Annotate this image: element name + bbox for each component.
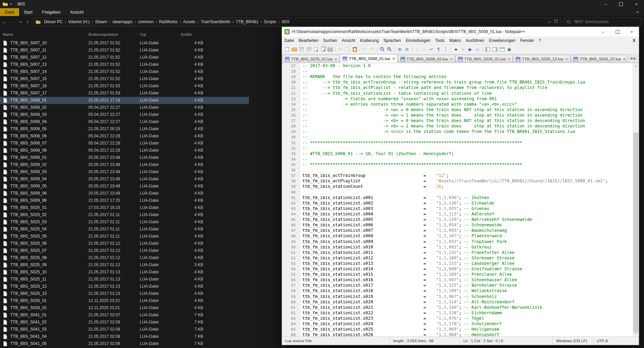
word-wrap-icon[interactable]: ↩	[428, 46, 435, 52]
sync-horizontal-icon[interactable]: ↔	[421, 46, 428, 52]
column-header-0[interactable]: Name	[3, 32, 13, 36]
save-icon[interactable]	[298, 46, 305, 52]
ribbon-tab-datei[interactable]: Datei	[0, 8, 19, 16]
file-row[interactable]: TTB_IBIS_S008_0705.04.2017 22:28LUA-Date…	[0, 140, 249, 147]
scrollbar-thumb[interactable]	[633, 133, 639, 332]
menu-sprachen[interactable]: Sprachen	[381, 38, 403, 43]
menu-[interactable]: ?	[536, 38, 543, 43]
monitoring-icon[interactable]: ◉	[506, 46, 512, 52]
menu-makro[interactable]: Makro	[447, 38, 463, 43]
quick-access-toolbar-arrow-icon[interactable]: ▾	[10, 2, 12, 6]
file-row[interactable]: TTB_IBIS_S026_0212.11.2020 23:21LUA-Date…	[0, 304, 249, 312]
file-row[interactable]: TTB_IBIS_S025_0621.05.2017 01:12LUA-Date…	[0, 240, 249, 247]
forward-icon[interactable]: →	[9, 19, 18, 25]
redo-icon[interactable]: ↷	[369, 46, 375, 52]
column-header-3[interactable]: Größe	[181, 32, 192, 36]
file-tab[interactable]: TTB_IBIS_S026_01.lua×	[455, 55, 513, 63]
file-row[interactable]: TTB_IBIS_S025_0421.05.2017 01:11LUA-Date…	[0, 226, 249, 233]
ribbon-tab-start[interactable]: Start	[19, 8, 37, 16]
save-all-icon[interactable]	[305, 46, 312, 52]
file-row[interactable]: TTB_IBIS_S041_0221.05.2017 02:08LUA-Date…	[0, 319, 249, 326]
scroll-up-icon[interactable]: ▲	[633, 63, 639, 69]
menu-ausfhren[interactable]: Ausführen	[463, 38, 487, 43]
menu-close-icon[interactable]: X	[633, 38, 635, 43]
menu-datei[interactable]: Datei	[282, 38, 296, 43]
file-tab[interactable]: TTB_IBIS_S008_01.lua×	[340, 54, 397, 63]
file-row[interactable]: TTB_IBIS_S025_0721.05.2017 01:12LUA-Date…	[0, 247, 249, 254]
zoom-in-icon[interactable]: ⊕	[396, 46, 403, 52]
code-area[interactable]: 17-- 2017-03-08 - Version 1.018--19-- RE…	[282, 63, 633, 336]
file-row[interactable]: TTB_IBIS_S009_0320.05.2017 23:48LUA-Date…	[0, 168, 249, 176]
file-row[interactable]: TTB_IBIS_S025_0921.05.2017 01:12LUA-Date…	[0, 261, 249, 269]
file-row[interactable]: TTB_IBIS_S007_1721.05.2017 01:53LUA-Date…	[0, 90, 249, 97]
breadcrumb-item[interactable]: Volume (H:)	[67, 19, 91, 24]
find-icon[interactable]	[379, 46, 386, 52]
ribbon-tab-freigeben[interactable]: Freigeben	[37, 8, 65, 16]
file-row[interactable]: TTB_IBIS_S007_1421.05.2017 01:52LUA-Date…	[0, 68, 249, 75]
file-row[interactable]: TTB_IBIS_S008_0305.04.2017 22:27LUA-Date…	[0, 111, 249, 118]
file-tab[interactable]: TTB_IBIS_S008_02.lua×	[398, 55, 455, 63]
menu-fenster[interactable]: Fenster	[518, 38, 537, 43]
column-header-1[interactable]: Änderungsdatum	[88, 32, 118, 36]
file-row[interactable]: TTB_IBIS_S007_1521.05.2017 01:52LUA-Date…	[0, 75, 249, 82]
tab-close-icon[interactable]: ×	[566, 57, 568, 61]
tab-scroll-left-icon[interactable]: ◀	[630, 57, 632, 60]
file-row[interactable]: TTB_IBIS_S007_1221.05.2017 01:52LUA-Date…	[0, 54, 249, 61]
file-row[interactable]: TTB_IBIS_S025_0321.05.2017 01:11LUA-Date…	[0, 218, 249, 226]
file-row[interactable]: TTB_IBIS_S008_0605.04.2017 22:28LUA-Date…	[0, 133, 249, 140]
file-row[interactable]: TTB_IBIS_S025_1121.05.2017 01:13LUA-Date…	[0, 276, 249, 283]
cut-icon[interactable]: ✂	[337, 46, 344, 52]
tab-close-icon[interactable]: ×	[335, 57, 337, 61]
address-box[interactable]: Dieser PC›Volume (H:)›Steam›steamapps›co…	[33, 17, 561, 26]
record-macro-icon[interactable]: ●	[453, 46, 459, 52]
file-row[interactable]: TTB_IBIS_S026_0112.11.2020 23:22LUA-Date…	[0, 297, 249, 304]
file-row[interactable]: TTB_IBIS_S008_0805.04.2017 22:28LUA-Date…	[0, 147, 249, 154]
save-macro-icon[interactable]: ◆	[474, 46, 481, 52]
breadcrumb-item[interactable]: common	[136, 19, 155, 24]
close-all-icon[interactable]	[320, 46, 326, 52]
breadcrumb-item[interactable]: Scripts	[263, 19, 278, 24]
explorer-minimize-button[interactable]: –	[598, 0, 613, 8]
menu-suchen[interactable]: Suchen	[321, 38, 340, 43]
explorer-close-button[interactable]: ×	[629, 0, 644, 8]
search-input[interactable]	[573, 19, 641, 25]
file-row[interactable]: TTB_IBIS_S009_0520.05.2017 23:49LUA-Date…	[0, 183, 249, 190]
file-row[interactable]: TTB_IBIS_S009_0120.05.2017 23:48LUA-Date…	[0, 154, 249, 161]
up-icon[interactable]: ↑	[23, 19, 32, 25]
ribbon-tab-ansicht[interactable]: Ansicht	[65, 8, 88, 16]
menu-einstellungen[interactable]: Einstellungen	[403, 38, 433, 43]
tab-close-icon[interactable]: ×	[392, 57, 394, 61]
function-list-icon[interactable]	[492, 46, 498, 52]
file-row[interactable]: TTB_IBIS_S025_1021.05.2017 01:13LUA-Date…	[0, 269, 249, 276]
tab-scroll-right-icon[interactable]: ▶	[634, 57, 636, 60]
file-row[interactable]: TTB_IBIS_S025_1321.05.2017 01:13LUA-Date…	[0, 290, 249, 297]
explorer-maximize-button[interactable]	[613, 0, 629, 8]
menu-bearbeiten[interactable]: Bearbeiten	[296, 38, 321, 43]
address-dropdown-icon[interactable]	[548, 19, 551, 25]
folder-workspace-icon[interactable]	[499, 46, 505, 52]
scroll-down-icon[interactable]: ▼	[633, 331, 639, 336]
file-row[interactable]: TTB_IBIS_S007_1621.05.2017 01:53LUA-Date…	[0, 82, 249, 90]
file-tab[interactable]: TTB_IBIS_S025_07.lua×	[571, 55, 628, 63]
play-macro-icon[interactable]: ▶	[467, 46, 474, 52]
sync-vertical-icon[interactable]: ↕	[414, 46, 420, 52]
file-row[interactable]: TTB_IBIS_S008_0205.04.2017 22:27LUA-Date…	[0, 104, 249, 111]
file-row[interactable]: TTB_IBIS_S009_9922.05.2017 17:25LUA-Date…	[0, 197, 249, 204]
editor-scrollbar[interactable]: ▲ ▼	[633, 63, 639, 336]
file-row[interactable]: TTB_IBIS_S007_1021.05.2017 01:52LUA-Date…	[0, 40, 249, 47]
paste-icon[interactable]	[351, 46, 358, 52]
recent-locations-icon[interactable]	[18, 21, 23, 23]
breadcrumb-item[interactable]: Dieser PC	[43, 19, 64, 24]
breadcrumb-item[interactable]: IBIS	[281, 19, 291, 24]
show-all-chars-icon[interactable]: ¶	[435, 46, 442, 52]
column-header-2[interactable]: Typ	[140, 32, 146, 36]
file-row[interactable]: TTB_IBIS_S008_0405.04.2017 22:27LUA-Date…	[0, 118, 249, 125]
breadcrumb-item[interactable]: steamapps	[111, 19, 134, 24]
open-file-icon[interactable]	[291, 46, 298, 52]
tab-close-icon[interactable]: ×	[508, 57, 510, 61]
file-row[interactable]: TTB_IBIS_S007_1121.05.2017 01:52LUA-Date…	[0, 47, 249, 54]
print-icon[interactable]	[327, 46, 333, 52]
document-map-icon[interactable]	[484, 46, 491, 52]
file-row[interactable]: TTB_IBIS_S025_0221.05.2017 01:11LUA-Date…	[0, 211, 249, 218]
stop-macro-icon[interactable]: ■	[460, 46, 466, 52]
